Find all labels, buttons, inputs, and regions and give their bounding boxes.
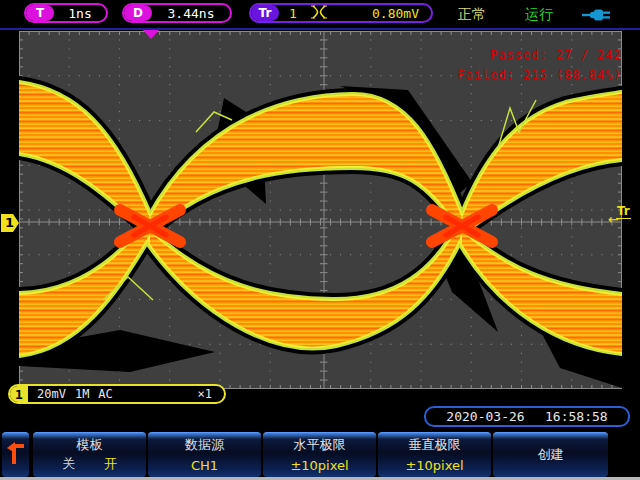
delay-label: D (124, 5, 152, 21)
menu-data-source-title: 数据源 (148, 436, 261, 454)
trigger-position-marker[interactable] (143, 30, 159, 39)
mask-passed-text: Passed: 27 / 242 (458, 45, 623, 65)
mask-failed-text: Failed: 215 (88.84%) (458, 65, 623, 85)
menu-vertical-limit-button[interactable]: 垂直极限 ±10pixel (378, 432, 491, 477)
top-status-bar: T 1ns D 3.44ns Tr 1 0.80mV 正常 运行 (0, 0, 640, 28)
menu-horizontal-limit-value: ±10pixel (263, 458, 376, 473)
trigger-level: 0.80mV (327, 6, 431, 21)
menu-data-source-button[interactable]: 数据源 CH1 (148, 432, 261, 477)
return-arrow-icon (6, 440, 26, 470)
menu-back-button[interactable] (2, 432, 29, 477)
menu-template-button[interactable]: 模板 关 开 (33, 432, 146, 477)
trigger-indicator: Tr 1 0.80mV (249, 3, 433, 23)
topbar-separator (0, 28, 640, 30)
time-value: 16:58:58 (545, 409, 608, 424)
eye-crossing-slope-icon (311, 4, 327, 23)
delay-indicator: D 3.44ns (122, 3, 232, 23)
trigger-label: Tr (251, 5, 279, 21)
menu-template-off-option[interactable]: 关 (62, 455, 75, 473)
channel1-scale: 20mV (37, 387, 66, 401)
mask-test-results: Passed: 27 / 242 Failed: 215 (88.84%) (458, 45, 623, 85)
date-value: 2020-03-26 (446, 409, 524, 424)
menu-vertical-limit-title: 垂直极限 (378, 436, 491, 454)
menu-create-title: 创建 (493, 446, 608, 464)
menu-template-on-option[interactable]: 开 (104, 455, 117, 473)
menu-horizontal-limit-title: 水平极限 (263, 436, 376, 454)
power-plug-icon (582, 7, 612, 26)
softkey-menu: 模板 关 开 数据源 CH1 水平极限 ±10pixel 垂直极限 ±10pix… (0, 432, 640, 477)
menu-template-title: 模板 (33, 436, 146, 454)
trigger-level-arrow-icon[interactable]: ← (608, 212, 619, 227)
acquisition-status: 正常 (458, 6, 486, 24)
timebase-indicator: T 1ns (24, 3, 108, 23)
oscilloscope-screen: T 1ns D 3.44ns Tr 1 0.80mV 正常 运行 (0, 0, 640, 480)
delay-value: 3.44ns (152, 6, 230, 21)
menu-data-source-value: CH1 (148, 458, 261, 473)
menu-vertical-limit-value: ±10pixel (378, 458, 491, 473)
channel1-marker-label: 1 (5, 215, 14, 230)
trigger-source: 1 (289, 6, 297, 21)
menu-create-button[interactable]: 创建 (493, 432, 608, 477)
run-status: 运行 (525, 6, 553, 24)
channel1-coupling: AC (98, 387, 112, 401)
channel1-probe-ratio: ×1 (198, 387, 212, 401)
timebase-value: 1ns (54, 6, 106, 21)
menu-horizontal-limit-button[interactable]: 水平极限 ±10pixel (263, 432, 376, 477)
channel1-info-box: 1 20mV 1M AC ×1 (8, 384, 226, 404)
channel1-badge: 1 (10, 386, 28, 402)
channel1-level-marker[interactable]: 1 (1, 214, 19, 232)
channel1-impedance: 1M (75, 387, 89, 401)
timebase-label: T (26, 5, 54, 21)
datetime-box: 2020-03-26 16:58:58 (424, 406, 630, 427)
